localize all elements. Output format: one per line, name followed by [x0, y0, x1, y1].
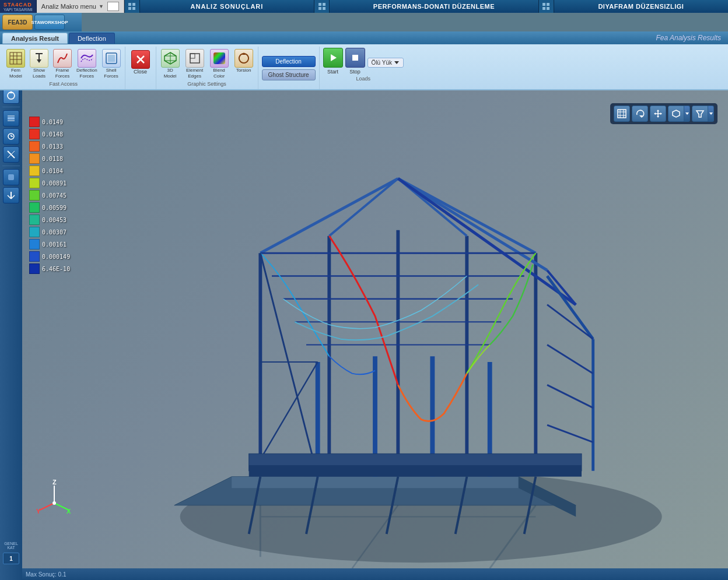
svg-marker-109	[654, 113, 656, 115]
svg-rect-5	[323, 3, 326, 6]
svg-rect-21	[108, 55, 115, 62]
svg-marker-107	[657, 110, 659, 111]
staworkshop-button[interactable]: STAWORKSHOP	[34, 15, 65, 30]
tab-deflection[interactable]: Deflection	[69, 33, 115, 44]
fea-results-label: Fea Analysis Results	[656, 34, 721, 42]
search-input-small[interactable]	[107, 2, 119, 11]
ribbon-group-fast-access: FemModel ShowLoads	[2, 47, 125, 89]
svg-rect-10	[542, 7, 545, 10]
fem-model-button[interactable]: FemModel	[5, 48, 27, 80]
3d-model-button[interactable]: 3DModel	[159, 48, 182, 80]
svg-rect-50	[8, 174, 14, 180]
sidebar-btn-10[interactable]	[3, 187, 19, 203]
ribbon-group-loads: Start Stop Ölü Yük Loads	[320, 47, 407, 89]
3d-canvas[interactable]: 0.0149 0.0148 0.0133 0.0118 0.0104 0.008…	[22, 87, 728, 568]
fit-view-button[interactable]	[614, 106, 630, 122]
svg-marker-108	[657, 116, 659, 118]
svg-rect-42	[8, 117, 15, 119]
legend-entry-6: 0.00891	[29, 177, 70, 189]
ribbon-group-graphic-settings: 3DModel ElementEdges	[156, 47, 258, 89]
color-legend: 0.0149 0.0148 0.0133 0.0118 0.0104 0.008…	[29, 116, 70, 275]
floor-item-1[interactable]: 1	[3, 553, 19, 564]
svg-rect-99	[618, 110, 626, 118]
start-button[interactable]: Start	[323, 48, 343, 75]
svg-line-98	[547, 425, 593, 442]
legend-entry-12: 0.000149	[29, 251, 70, 262]
svg-marker-114	[709, 113, 713, 115]
element-edges-button[interactable]: ElementEdges	[183, 48, 206, 80]
svg-rect-12	[10, 52, 22, 64]
sidebar-btn-6[interactable]	[3, 110, 19, 126]
legend-entry-1: 0.0149	[29, 116, 70, 128]
legend-entry-7: 0.00745	[29, 189, 70, 201]
top-bar-icon-3[interactable]	[538, 0, 554, 13]
svg-marker-112	[685, 113, 689, 115]
svg-line-97	[547, 385, 593, 407]
filter-button-group	[692, 106, 714, 122]
svg-text:Z: Z	[52, 480, 57, 486]
svg-line-93	[547, 276, 593, 339]
pan-button[interactable]	[650, 106, 666, 122]
svg-rect-11	[547, 7, 550, 10]
svg-rect-2	[128, 7, 131, 10]
ribbon-group-close: Close	[125, 47, 156, 89]
svg-line-69	[329, 178, 398, 235]
svg-line-117	[40, 503, 54, 510]
torsion-button[interactable]: Torsion	[232, 48, 256, 75]
svg-rect-1	[132, 3, 135, 6]
svg-rect-4	[318, 3, 321, 6]
svg-marker-34	[394, 61, 399, 64]
app-logo: STA4CAD YAPI TASARIMI	[0, 0, 37, 13]
top-bar-icon-1[interactable]	[124, 0, 139, 13]
svg-rect-83	[249, 465, 582, 477]
svg-rect-8	[542, 3, 545, 6]
sidebar-btn-7[interactable]	[3, 128, 19, 145]
svg-marker-56	[232, 477, 519, 488]
deflection-toggle[interactable]: Deflection	[262, 56, 316, 67]
close-button[interactable]: Close	[128, 48, 153, 77]
show-loads-button[interactable]: ShowLoads	[28, 48, 50, 80]
svg-marker-18	[37, 59, 41, 63]
3d-view-button-group	[668, 106, 690, 122]
frame-forces-button[interactable]: FrameForces	[51, 48, 74, 80]
load-dropdown[interactable]: Ölü Yük	[368, 58, 404, 68]
filter-dropdown[interactable]	[708, 106, 714, 122]
viewport-toolbar	[610, 103, 718, 124]
svg-rect-0	[128, 3, 131, 6]
rotate-button[interactable]	[632, 106, 648, 122]
analiz-sonuclari-section: ANALIZ SONUÇLARI	[139, 0, 314, 13]
fea3d-button[interactable]: FEA3D	[2, 15, 33, 30]
legend-entry-13: 6.46E-10	[29, 263, 70, 275]
svg-rect-29	[190, 54, 195, 58]
blend-color-button[interactable]: BlendColor	[208, 48, 231, 80]
svg-rect-6	[318, 7, 321, 10]
legend-entry-9: 0.00453	[29, 214, 70, 226]
filter-button[interactable]	[692, 106, 708, 122]
svg-marker-110	[660, 113, 662, 115]
svg-rect-3	[132, 7, 135, 10]
ghost-structure-toggle[interactable]: Ghost Structure	[262, 69, 316, 80]
3d-view-button[interactable]	[668, 106, 684, 122]
legend-entry-11: 0.00161	[29, 238, 70, 250]
svg-line-77	[398, 178, 576, 304]
svg-marker-111	[673, 110, 680, 117]
svg-line-79	[260, 253, 317, 477]
shell-forces-button[interactable]: ShellForces	[100, 48, 123, 80]
ribbon-group-deflection-toggles: Deflection Ghost Structure	[258, 47, 320, 89]
sidebar-btn-8[interactable]	[3, 146, 19, 163]
legend-entry-2: 0.0148	[29, 128, 70, 140]
legend-entry-4: 0.0118	[29, 153, 70, 164]
analiz-menu-button[interactable]: Analiz Makro menu ▼	[37, 0, 124, 13]
stop-button[interactable]: Stop	[345, 48, 365, 75]
tab-analysis-result[interactable]: Analysis Result	[2, 33, 68, 44]
deflection-forces-button[interactable]: DeflectionForces	[75, 48, 99, 80]
performans-section: PERFORMANS-DONATI DÜZENLEME	[329, 0, 538, 13]
legend-entry-3: 0.0133	[29, 140, 70, 152]
svg-point-121	[52, 501, 56, 505]
svg-rect-30	[214, 52, 225, 64]
top-bar-icon-2[interactable]	[314, 0, 329, 13]
legend-entry-10: 0.00307	[29, 226, 70, 238]
3d-view-dropdown[interactable]	[684, 106, 690, 122]
sidebar-btn-9[interactable]	[3, 169, 19, 185]
main-3d-view: 3D View − ×	[22, 74, 728, 580]
